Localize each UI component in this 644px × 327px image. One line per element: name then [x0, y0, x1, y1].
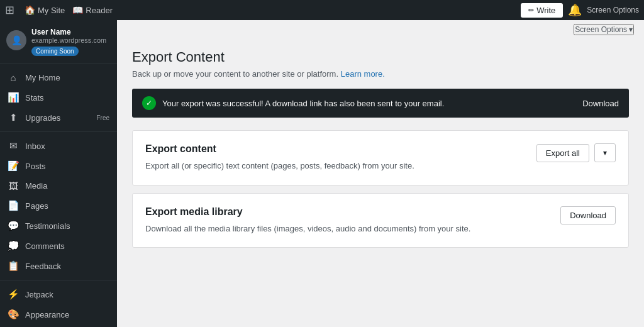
content-header: Screen Options	[117, 20, 644, 39]
sidebar-label-media: Media	[25, 181, 47, 191]
avatar: 👤	[6, 30, 26, 50]
export-content-chevron[interactable]: ▾	[594, 143, 616, 162]
sidebar-label-testimonials: Testimonials	[25, 221, 70, 231]
sidebar-label-feedback: Feedback	[25, 262, 61, 271]
user-url: example.wordpress.com	[31, 36, 106, 44]
screen-options-button[interactable]: Screen Options	[574, 24, 634, 35]
success-left: ✓ Your export was successful! A download…	[142, 96, 444, 110]
inbox-icon: ✉	[8, 140, 19, 152]
export-media-desc: Download all the media library files (im…	[145, 223, 472, 235]
export-media-title: Export media library	[145, 206, 472, 218]
jetpack-icon: ⚡	[8, 289, 19, 300]
page-subtitle: Back up or move your content to another …	[132, 69, 629, 79]
success-message: Your export was successful! A download l…	[162, 99, 444, 108]
sidebar-item-feedback[interactable]: 📋 Feedback	[0, 256, 117, 276]
my-site-label: My Site	[38, 6, 65, 15]
reader-link[interactable]: 📖 Reader	[72, 5, 113, 15]
success-banner: ✓ Your export was successful! A download…	[132, 89, 629, 118]
sidebar-label-pages: Pages	[25, 201, 48, 211]
sidebar-label-appearance: Appearance	[25, 310, 69, 319]
topbar: ⊞ 🏠 My Site 📖 Reader Write 🔔 Screen Opti…	[0, 0, 644, 20]
testimonials-icon: 💬	[8, 220, 19, 231]
sidebar-item-testimonials[interactable]: 💬 Testimonials	[0, 216, 117, 236]
sidebar-label-upgrades: Upgrades	[25, 113, 60, 123]
comments-icon: 💭	[8, 240, 19, 252]
appearance-icon: 🎨	[8, 309, 19, 320]
sidebar-item-jetpack[interactable]: ⚡ Jetpack	[0, 284, 117, 304]
feedback-icon: 📋	[8, 260, 19, 272]
sidebar-item-plugins[interactable]: 🔌 Plugins	[0, 324, 117, 327]
user-section: 👤 User Name example.wordpress.com Coming…	[0, 20, 117, 64]
posts-icon: 📝	[8, 160, 19, 172]
sidebar-item-upgrades[interactable]: ⬆ Upgrades Free	[0, 108, 117, 128]
export-content-card-body: Export content Export all (or specific) …	[145, 143, 472, 172]
sidebar-item-media[interactable]: 🖼 Media	[0, 176, 117, 196]
sidebar-label-my-home: My Home	[25, 73, 60, 82]
notifications-icon[interactable]: 🔔	[568, 3, 582, 17]
content-area: Screen Options Export Content Back up or…	[117, 20, 644, 327]
upgrades-icon: ⬆	[8, 112, 19, 123]
export-media-card: Export media library Download all the me…	[132, 193, 629, 248]
page-subtitle-text: Back up or move your content to another …	[132, 69, 338, 79]
export-media-card-body: Export media library Download all the me…	[145, 206, 472, 235]
screen-options-topbar[interactable]: Screen Options	[587, 6, 639, 14]
export-content-card: Export content Export all (or specific) …	[132, 130, 629, 186]
download-media-button[interactable]: Download	[560, 206, 616, 224]
wp-logo: ⊞	[5, 3, 14, 17]
home-icon: ⌂	[8, 72, 19, 83]
upgrades-badge: Free	[96, 114, 109, 121]
export-all-button[interactable]: Export all	[536, 144, 589, 162]
write-button[interactable]: Write	[521, 3, 563, 18]
export-content-actions: Export all ▾	[536, 143, 616, 162]
my-site-link[interactable]: 🏠 My Site	[25, 5, 65, 15]
media-icon: 🖼	[8, 180, 19, 191]
pages-icon: 📄	[8, 200, 19, 211]
sidebar: 👤 User Name example.wordpress.com Coming…	[0, 20, 117, 327]
sidebar-label-posts: Posts	[25, 162, 46, 171]
topbar-right: Write 🔔 Screen Options	[521, 3, 639, 18]
nav-divider-1	[0, 131, 117, 132]
sidebar-label-jetpack: Jetpack	[25, 290, 53, 299]
sidebar-label-comments: Comments	[25, 241, 65, 251]
sidebar-item-stats[interactable]: 📊 Stats	[0, 87, 117, 108]
page-title: Export Content	[132, 49, 629, 65]
sidebar-item-posts[interactable]: 📝 Posts	[0, 156, 117, 176]
export-content-title: Export content	[145, 143, 472, 155]
success-check-icon: ✓	[142, 96, 156, 110]
sidebar-label-inbox: Inbox	[25, 141, 45, 151]
reader-label: Reader	[86, 6, 113, 15]
my-site-icon: 🏠	[25, 5, 35, 15]
main-layout: 👤 User Name example.wordpress.com Coming…	[0, 20, 644, 327]
reader-icon: 📖	[72, 5, 83, 15]
sidebar-item-inbox[interactable]: ✉ Inbox	[0, 136, 117, 156]
coming-soon-badge: Coming Soon	[31, 47, 79, 56]
sidebar-nav: ⌂ My Home 📊 Stats ⬆ Upgrades Free ✉ Inbo…	[0, 64, 117, 327]
sidebar-item-my-home[interactable]: ⌂ My Home	[0, 68, 117, 87]
sidebar-item-appearance[interactable]: 🎨 Appearance	[0, 304, 117, 324]
export-media-actions: Download	[560, 206, 616, 224]
export-content-desc: Export all (or specific) text content (p…	[145, 160, 472, 172]
content-body: Export Content Back up or move your cont…	[117, 39, 644, 270]
banner-download-link[interactable]: Download	[582, 99, 619, 108]
nav-divider-2	[0, 280, 117, 280]
sidebar-label-stats: Stats	[25, 93, 44, 103]
stats-icon: 📊	[8, 92, 19, 103]
user-name: User Name	[31, 28, 106, 36]
sidebar-item-pages[interactable]: 📄 Pages	[0, 196, 117, 216]
learn-more-link[interactable]: Learn more.	[341, 69, 385, 79]
sidebar-item-comments[interactable]: 💭 Comments	[0, 236, 117, 256]
